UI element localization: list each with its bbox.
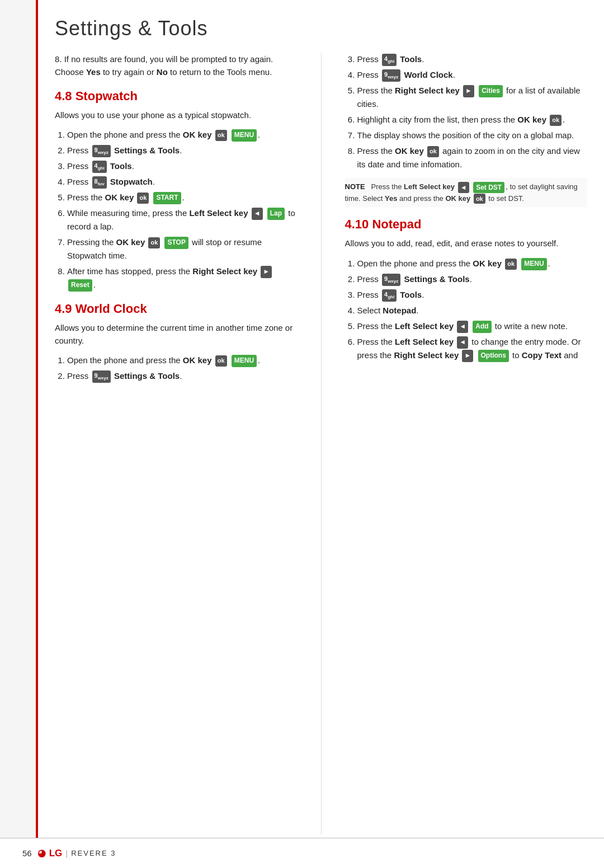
ok-icon-6: ok (427, 146, 439, 157)
stopwatch-step-7: Pressing the OK key ok STOP will stop or… (67, 236, 298, 262)
note-label: NOTE (345, 182, 365, 191)
reset-badge: Reset (68, 279, 92, 291)
footer-logo: ◕ LG | REVERE 3 (37, 847, 116, 859)
stopwatch-step-3: Press 4ghi Tools. (67, 159, 298, 173)
worldclock-step-3: Press 4ghi Tools. (357, 53, 588, 66)
worldclock-step-1: Open the phone and press the OK key ok M… (67, 354, 298, 367)
notepad-step-3: Press 4ghi Tools. (357, 288, 588, 302)
lg-circle-icon: ◕ (37, 847, 46, 859)
ok-icon-7: ok (474, 194, 485, 204)
notepad-step-1: Open the phone and press the OK key ok M… (357, 257, 588, 270)
menu-badge-3: MENU (521, 258, 546, 270)
key-4-badge-3: 4ghi (382, 289, 397, 302)
lap-badge: Lap (267, 208, 285, 219)
notepad-step-4: Select Notepad. (357, 304, 588, 317)
worldclock-step-5: Press the Right Select key ► Cities for … (357, 84, 588, 111)
notepad-step-6: Press the Left Select key ◄ to change th… (357, 335, 588, 362)
set-dst-badge: Set DST (473, 182, 504, 193)
notepad-step-5: Press the Left Select key ◄ Add to write… (357, 320, 588, 333)
stopwatch-step-5: Press the OK key ok START. (67, 191, 298, 204)
column-divider (321, 53, 322, 834)
two-col-layout: 8. If no results are found, you will be … (55, 53, 587, 834)
worldclock-steps-left: Open the phone and press the OK key ok M… (55, 354, 298, 383)
stopwatch-step-6: While measuring time, press the Left Sel… (67, 207, 298, 233)
section-notepad-title: 4.10 Notepad (345, 217, 588, 232)
key-9-badge-4: 9wxyz (382, 274, 400, 286)
worldclock-steps-right: Press 4ghi Tools. Press 9wxyz World Cloc… (345, 53, 588, 171)
key-9-badge-3: 9wxyz (382, 69, 400, 82)
stopwatch-step-1: Open the phone and press the OK key ok M… (67, 128, 298, 142)
worldclock-step-7: The display shows the position of the ci… (357, 129, 588, 142)
cities-badge: Cities (479, 85, 503, 97)
stopwatch-step-2: Press 9wxyz Settings & Tools. (67, 144, 298, 157)
options-badge: Options (478, 350, 509, 362)
note-box: NOTE Press the Left Select key ◄ Set DST… (345, 178, 588, 207)
section-stopwatch-title: 4.8 Stopwatch (55, 89, 298, 104)
ok-icon-3: ok (148, 237, 160, 248)
left-arrow-icon: ◄ (252, 208, 263, 219)
key-9-badge: 9wxyz (92, 145, 111, 157)
footer-bar: 56 ◕ LG | REVERE 3 (0, 838, 604, 868)
left-arrow-icon-4: ◄ (457, 336, 468, 348)
menu-badge-2: MENU (232, 355, 257, 367)
stopwatch-step-4: Press 8tuv Stopwatch. (67, 175, 298, 189)
intro-paragraph: 8. If no results are found, you will be … (55, 53, 298, 79)
stopwatch-steps: Open the phone and press the OK key ok M… (55, 128, 298, 292)
key-4-badge-2: 4ghi (382, 54, 397, 66)
menu-badge: MENU (232, 129, 257, 141)
ok-icon-8: ok (505, 259, 517, 270)
lg-logo-text: LG (49, 848, 63, 859)
footer-separator: | (65, 848, 68, 858)
worldclock-step-8: Press the OK key ok again to zoom in on … (357, 144, 588, 171)
left-sidebar-bar (0, 0, 38, 868)
ok-icon-5: ok (550, 115, 561, 126)
page-container: Settings & Tools 8. If no results are fo… (0, 0, 604, 868)
left-arrow-icon-2: ◄ (458, 182, 469, 193)
page-title: Settings & Tools (55, 17, 587, 40)
right-arrow-icon-3: ► (462, 350, 473, 362)
stopwatch-intro: Allows you to use your phone as a typica… (55, 109, 298, 122)
section-worldclock-title: 4.9 World Clock (55, 302, 298, 316)
worldclock-step-4: Press 9wxyz World Clock. (357, 68, 588, 82)
notepad-step-2: Press 9wxyz Settings & Tools. (357, 273, 588, 286)
notepad-steps: Open the phone and press the OK key ok M… (345, 257, 588, 362)
revere-logo-text: REVERE 3 (71, 849, 116, 857)
right-arrow-icon-2: ► (463, 85, 474, 97)
footer-page-number: 56 (22, 848, 32, 858)
start-badge: START (153, 192, 181, 204)
key-9-badge-2: 9wxyz (92, 370, 111, 383)
ok-icon-2: ok (137, 193, 149, 204)
notepad-intro: Allows you to add, read, edit, and erase… (345, 237, 588, 250)
worldclock-step-2: Press 9wxyz Settings & Tools. (67, 369, 298, 383)
right-column: Press 4ghi Tools. Press 9wxyz World Cloc… (339, 53, 588, 834)
stop-badge: STOP (164, 237, 188, 248)
key-8-badge: 8tuv (92, 176, 107, 189)
left-arrow-icon-3: ◄ (457, 321, 468, 332)
ok-icon: ok (215, 130, 227, 141)
left-column: 8. If no results are found, you will be … (55, 53, 303, 834)
worldclock-step-6: Highlight a city from the list, then pre… (357, 113, 588, 126)
right-arrow-icon: ► (261, 266, 272, 278)
add-badge: Add (473, 321, 491, 332)
stopwatch-step-8: After time has stopped, press the Right … (67, 265, 298, 292)
worldclock-intro: Allows you to determine the current time… (55, 322, 298, 347)
content-area: Settings & Tools 8. If no results are fo… (38, 0, 604, 868)
key-4-badge: 4ghi (92, 161, 107, 173)
ok-icon-4: ok (215, 355, 227, 367)
